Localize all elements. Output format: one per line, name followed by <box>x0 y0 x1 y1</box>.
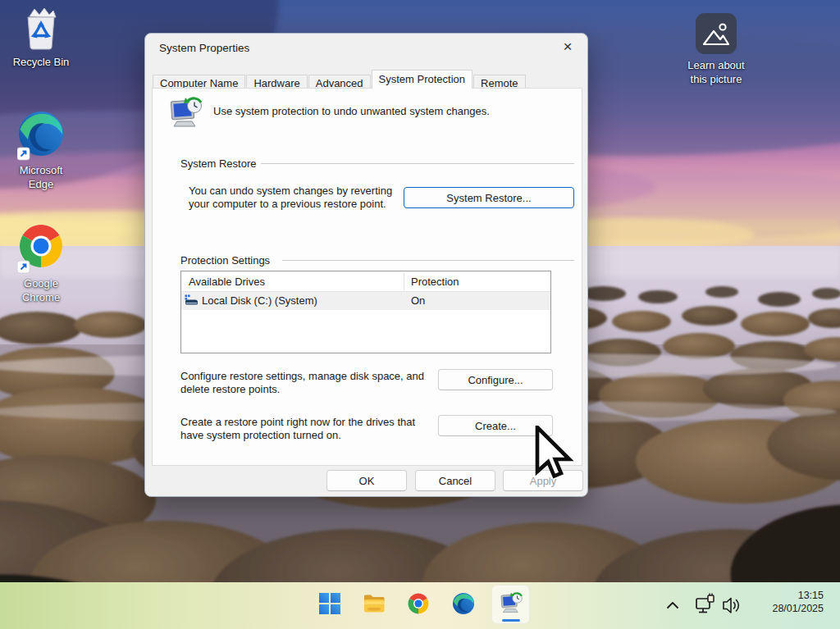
table-header-row: Available Drives Protection <box>181 271 550 292</box>
hard-drive-icon <box>185 294 199 308</box>
group-divider <box>261 163 574 164</box>
column-header-protection[interactable]: Protection <box>411 276 459 288</box>
system-protection-icon <box>167 94 203 130</box>
protection-status: On <box>411 294 425 307</box>
chrome-icon <box>17 223 65 274</box>
drive-name: Local Disk (C:) (System) <box>202 294 317 307</box>
desktop-icon-label: Google Chrome <box>8 276 74 304</box>
edge-icon <box>17 110 65 161</box>
picture-info-icon <box>696 13 737 56</box>
desktop-icon-recycle-bin[interactable]: Recycle Bin <box>0 7 82 69</box>
column-header-available-drives[interactable]: Available Drives <box>189 276 265 288</box>
table-row-local-disk-c[interactable]: Local Disk (C:) (System) On <box>181 292 550 310</box>
column-divider <box>404 273 404 290</box>
dialog-footer: OK Cancel Apply <box>145 464 587 496</box>
system-restore-heading: System Restore <box>180 157 256 170</box>
file-explorer-icon[interactable] <box>363 592 386 615</box>
create-description: Create a restore point right now for the… <box>180 416 436 442</box>
tray-date: 28/01/2025 <box>772 602 824 615</box>
tray-volume-icon[interactable] <box>720 582 743 629</box>
system-properties-dialog: System Properties × Computer NameHardwar… <box>144 33 588 497</box>
tab-system-protection[interactable]: System Protection <box>372 70 473 89</box>
configure-description: Configure restore settings, manage disk … <box>180 370 448 396</box>
desktop-icon-label: Microsoft Edge <box>8 163 74 191</box>
system-restore-button[interactable]: System Restore... <box>404 187 574 208</box>
tray-network-icon[interactable] <box>694 582 717 629</box>
desktop-icon-edge[interactable]: Microsoft Edge <box>0 110 82 191</box>
recycle-bin-icon <box>22 7 60 52</box>
protection-settings-table[interactable]: Available Drives Protection Local Disk (… <box>180 271 551 353</box>
chrome-taskbar-icon[interactable] <box>407 592 430 615</box>
protection-settings-heading: Protection Settings <box>180 254 270 267</box>
dialog-title: System Properties <box>159 42 249 54</box>
dialog-title-bar[interactable]: System Properties × <box>145 34 587 62</box>
close-icon[interactable]: × <box>555 36 581 59</box>
system-properties-taskbar-icon[interactable] <box>499 590 523 615</box>
cancel-button[interactable]: Cancel <box>415 470 495 491</box>
tray-chevron-up-icon[interactable] <box>663 582 682 629</box>
start-button[interactable] <box>318 592 341 615</box>
dialog-tab-strip: Computer NameHardwareAdvancedSystem Prot… <box>153 71 527 89</box>
system-protection-tab-page: Use system protection to undo unwanted s… <box>152 88 582 466</box>
ok-button[interactable]: OK <box>326 470 407 491</box>
desktop-icon-learn-about-picture[interactable]: Learn about this picture <box>675 13 757 86</box>
tray-clock[interactable]: 13:15 28/01/2025 <box>772 589 824 615</box>
desktop: Recycle Bin Microsoft Edge <box>0 0 840 629</box>
desktop-icon-chrome[interactable]: Google Chrome <box>0 223 82 304</box>
tray-time: 13:15 <box>772 589 824 602</box>
desktop-icon-label: Learn about this picture <box>678 58 754 86</box>
mouse-cursor <box>535 426 576 486</box>
tab-intro-text: Use system protection to undo unwanted s… <box>213 105 558 118</box>
edge-taskbar-icon[interactable] <box>452 592 475 615</box>
group-divider <box>282 260 574 261</box>
active-app-indicator <box>502 619 520 622</box>
configure-button[interactable]: Configure... <box>438 369 553 390</box>
system-restore-text: You can undo system changes by reverting… <box>189 185 400 211</box>
desktop-icon-label: Recycle Bin <box>13 55 70 69</box>
